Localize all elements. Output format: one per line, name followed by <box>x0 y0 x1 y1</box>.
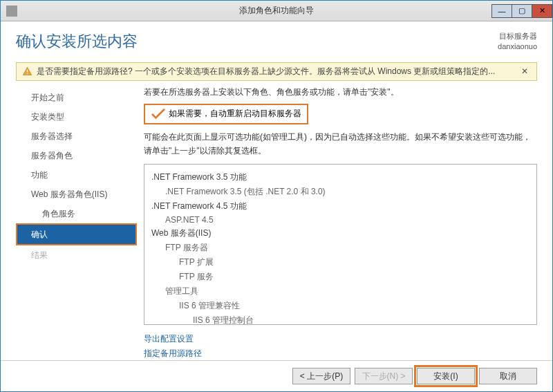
sidebar-item-install-type[interactable]: 安装类型 <box>16 107 137 127</box>
page-title: 确认安装所选内容 <box>16 31 138 52</box>
sidebar-item-results: 结果 <box>16 245 137 265</box>
feature-item: .NET Framework 3.5 (包括 .NET 2.0 和 3.0) <box>151 185 529 199</box>
description-text: 可能会在此页面上显示可选功能(如管理工具)，因为已自动选择这些功能。如果不希望安… <box>144 130 537 158</box>
sidebar-item-before[interactable]: 开始之前 <box>16 88 137 107</box>
feature-item: FTP 服务 <box>151 270 529 284</box>
links: 导出配置设置 指定备用源路径 <box>144 332 537 360</box>
cancel-button[interactable]: 取消 <box>479 368 537 384</box>
heading-row: 确认安装所选内容 目标服务器 danxiaonuo <box>1 21 552 59</box>
maximize-button[interactable]: ▢ <box>512 4 532 18</box>
app-icon <box>6 6 17 17</box>
warning-icon <box>22 66 32 77</box>
feature-item: IIS 6 管理控制台 <box>151 313 529 326</box>
sidebar: 开始之前 安装类型 服务器选择 服务器角色 功能 Web 服务器角色(IIS) … <box>16 86 137 360</box>
warning-text: 是否需要指定备用源路径? 一个或多个安装选项在目标服务器上缺少源文件。服务器将尝… <box>37 66 495 77</box>
restart-checkbox-label: 如果需要，自动重新启动目标服务器 <box>169 108 301 120</box>
close-button[interactable]: ✕ <box>532 4 552 18</box>
checkmark-icon <box>151 108 166 120</box>
main: 开始之前 安装类型 服务器选择 服务器角色 功能 Web 服务器角色(IIS) … <box>1 86 552 360</box>
target-value: danxiaonuo <box>498 41 537 52</box>
sidebar-item-role-services[interactable]: 角色服务 <box>16 204 137 223</box>
feature-item: FTP 服务器 <box>151 241 529 255</box>
feature-item: 管理工具 <box>151 284 529 299</box>
sidebar-item-server-select[interactable]: 服务器选择 <box>16 127 137 146</box>
feature-item: IIS 6 管理兼容性 <box>151 299 529 313</box>
prev-button[interactable]: < 上一步(P) <box>292 368 350 384</box>
titlebar: 添加角色和功能向导 — ▢ ✕ <box>1 1 552 21</box>
button-bar: < 上一步(P) 下一步(N) > 安装(I) 取消 <box>1 360 552 391</box>
wizard-window: 添加角色和功能向导 — ▢ ✕ 确认安装所选内容 目标服务器 danxiaonu… <box>0 0 553 392</box>
next-button: 下一步(N) > <box>355 368 413 384</box>
window-title: 添加角色和功能向导 <box>1 5 552 17</box>
feature-item: .NET Framework 4.5 功能 <box>151 199 529 214</box>
sidebar-item-web-iis[interactable]: Web 服务器角色(IIS) <box>16 185 137 204</box>
content: 若要在所选服务器上安装以下角色、角色服务或功能，请单击"安装"。 如果需要，自动… <box>137 86 537 360</box>
feature-item: Web 服务器(IIS) <box>151 226 529 241</box>
feature-item: FTP 扩展 <box>151 255 529 270</box>
sidebar-item-confirm[interactable]: 确认 <box>16 223 137 245</box>
minimize-button[interactable]: — <box>491 4 512 18</box>
install-button[interactable]: 安装(I) <box>417 368 475 384</box>
svg-rect-0 <box>27 70 28 73</box>
warning-bar: 是否需要指定备用源路径? 一个或多个安装选项在目标服务器上缺少源文件。服务器将尝… <box>16 62 537 81</box>
feature-item: .NET Framework 3.5 功能 <box>151 170 529 185</box>
intro-text: 若要在所选服务器上安装以下角色、角色服务或功能，请单击"安装"。 <box>144 86 537 98</box>
alt-source-link[interactable]: 指定备用源路径 <box>144 346 537 360</box>
restart-checkbox-row[interactable]: 如果需要，自动重新启动目标服务器 <box>144 104 308 124</box>
export-config-link[interactable]: 导出配置设置 <box>144 332 537 346</box>
sidebar-item-server-roles[interactable]: 服务器角色 <box>16 146 137 165</box>
window-controls: — ▢ ✕ <box>492 4 552 18</box>
target-label: 目标服务器 <box>498 31 537 41</box>
svg-rect-1 <box>27 73 28 74</box>
sidebar-item-features[interactable]: 功能 <box>16 165 137 185</box>
target-server: 目标服务器 danxiaonuo <box>498 31 537 53</box>
warning-close-icon[interactable]: ✕ <box>518 66 531 76</box>
feature-item: ASP.NET 4.5 <box>151 214 529 226</box>
feature-list[interactable]: .NET Framework 3.5 功能.NET Framework 3.5 … <box>144 164 537 326</box>
